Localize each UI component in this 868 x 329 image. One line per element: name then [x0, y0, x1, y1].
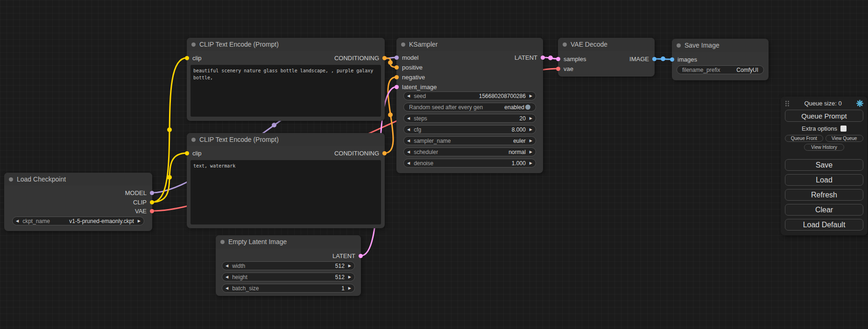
- widget-steps[interactable]: ◀ steps 20 ▶: [403, 114, 536, 123]
- latent-output-port[interactable]: [541, 56, 545, 60]
- decrement-arrow-icon[interactable]: ◀: [407, 161, 410, 165]
- widget-scheduler[interactable]: ◀ scheduler normal ▶: [403, 147, 536, 156]
- slot-label: IMAGE: [629, 56, 649, 63]
- model-output-port[interactable]: [150, 191, 154, 195]
- input-slot-positive: positive: [395, 62, 423, 72]
- clip-output-port[interactable]: [150, 200, 154, 204]
- node-graph-canvas[interactable]: Load Checkpoint MODEL CLIP VAE ◀ ckpt_na…: [0, 0, 868, 329]
- decrement-arrow-icon[interactable]: ◀: [407, 139, 410, 143]
- load-default-button[interactable]: Load Default: [785, 219, 863, 231]
- node-title-bar[interactable]: Load Checkpoint: [4, 173, 152, 186]
- decrement-arrow-icon[interactable]: ◀: [407, 117, 410, 120]
- slot-label: clip: [192, 150, 202, 157]
- view-history-row: View History: [785, 144, 863, 151]
- queue-prompt-button[interactable]: Queue Prompt: [785, 110, 863, 122]
- increment-arrow-icon[interactable]: ▶: [348, 287, 351, 290]
- widget-filename-prefix[interactable]: filename_prefix ComfyUI: [677, 65, 764, 74]
- toggle-dot-icon[interactable]: [525, 105, 530, 110]
- collapse-dot-icon[interactable]: [191, 42, 196, 47]
- image-output-port[interactable]: [652, 57, 656, 61]
- clear-button[interactable]: Clear: [785, 204, 863, 216]
- refresh-button[interactable]: Refresh: [785, 189, 863, 201]
- input-slot-images: images: [670, 54, 697, 64]
- increment-arrow-icon[interactable]: ▶: [529, 128, 532, 132]
- decrement-arrow-icon[interactable]: ◀: [407, 150, 410, 154]
- node-title-bar[interactable]: CLIP Text Encode (Prompt): [187, 133, 385, 146]
- drag-handle-icon[interactable]: [785, 100, 790, 107]
- extra-options-checkbox[interactable]: [840, 126, 847, 132]
- decrement-arrow-icon[interactable]: ◀: [407, 128, 410, 132]
- decrement-arrow-icon[interactable]: ◀: [226, 287, 228, 290]
- node-empty-latent-image[interactable]: Empty Latent Image LATENT ◀ width 512 ▶ …: [216, 235, 361, 296]
- view-history-button[interactable]: View History: [804, 144, 844, 151]
- conditioning-output-port[interactable]: [382, 56, 387, 60]
- images-input-port[interactable]: [670, 57, 674, 62]
- positive-prompt-textarea[interactable]: beautiful scenery nature glass bottle la…: [191, 65, 381, 117]
- node-title-bar[interactable]: Empty Latent Image: [216, 235, 361, 248]
- node-title-bar[interactable]: KSampler: [396, 38, 543, 51]
- widget-value: 1: [341, 285, 345, 292]
- save-button[interactable]: Save: [785, 159, 863, 171]
- positive-input-port[interactable]: [395, 65, 399, 70]
- wire-midpoint-dot: [388, 112, 393, 117]
- slot-label: MODEL: [125, 189, 147, 196]
- queue-front-button[interactable]: Queue Front: [785, 135, 823, 142]
- latent-output-port[interactable]: [359, 254, 363, 258]
- clip-input-port[interactable]: [185, 151, 189, 155]
- vae-input-port[interactable]: [556, 67, 560, 71]
- node-ksampler[interactable]: KSampler model positive negative latent_…: [396, 38, 543, 173]
- increment-arrow-icon[interactable]: ▶: [529, 94, 532, 98]
- collapse-dot-icon[interactable]: [191, 138, 196, 142]
- widget-denoise[interactable]: ◀ denoise 1.000 ▶: [403, 159, 536, 168]
- vae-output-port[interactable]: [150, 209, 154, 213]
- node-vae-decode[interactable]: VAE Decode samples vae IMAGE: [558, 38, 655, 77]
- negative-prompt-textarea[interactable]: text, watermark: [191, 160, 381, 224]
- clip-input-port[interactable]: [185, 56, 189, 60]
- latent-input-port[interactable]: [395, 85, 399, 89]
- collapse-dot-icon[interactable]: [563, 42, 567, 47]
- node-title-bar[interactable]: Save Image: [672, 39, 769, 52]
- widget-width[interactable]: ◀ width 512 ▶: [222, 261, 355, 270]
- load-button[interactable]: Load: [785, 174, 863, 186]
- output-slot-conditioning: CONDITIONING: [334, 148, 387, 158]
- increment-arrow-icon[interactable]: ▶: [348, 275, 351, 279]
- decrement-arrow-icon[interactable]: ◀: [226, 264, 228, 268]
- decrement-arrow-icon[interactable]: ◀: [16, 219, 19, 223]
- increment-arrow-icon[interactable]: ▶: [138, 219, 141, 223]
- widget-random-seed-toggle[interactable]: Random seed after every gen enabled: [403, 103, 536, 112]
- widget-height[interactable]: ◀ height 512 ▶: [222, 273, 355, 281]
- node-title-bar[interactable]: CLIP Text Encode (Prompt): [187, 38, 385, 51]
- view-queue-button[interactable]: View Queue: [826, 135, 864, 142]
- conditioning-output-port[interactable]: [382, 151, 387, 155]
- widget-sampler-name[interactable]: ◀ sampler_name euler ▶: [403, 136, 536, 145]
- slot-label: model: [402, 54, 418, 61]
- widget-ckpt-name[interactable]: ◀ ckpt_name v1-5-pruned-emaonly.ckpt ▶: [12, 217, 144, 225]
- queue-menu-panel[interactable]: Queue size: 0 Queue Prompt Extra options…: [781, 97, 868, 235]
- increment-arrow-icon[interactable]: ▶: [529, 150, 532, 154]
- widget-name: batch_size: [232, 285, 259, 292]
- widget-cfg[interactable]: ◀ cfg 8.000 ▶: [403, 125, 536, 134]
- widget-name: steps: [414, 115, 427, 122]
- decrement-arrow-icon[interactable]: ◀: [407, 94, 410, 98]
- node-load-checkpoint[interactable]: Load Checkpoint MODEL CLIP VAE ◀ ckpt_na…: [4, 173, 152, 231]
- collapse-dot-icon[interactable]: [220, 240, 225, 244]
- widget-value: ComfyUI: [736, 67, 758, 73]
- collapse-dot-icon[interactable]: [9, 177, 13, 182]
- increment-arrow-icon[interactable]: ▶: [529, 161, 532, 165]
- node-clip-text-encode-negative[interactable]: CLIP Text Encode (Prompt) clip CONDITION…: [187, 133, 385, 228]
- node-save-image[interactable]: Save Image images filename_prefix ComfyU…: [672, 39, 769, 80]
- collapse-dot-icon[interactable]: [401, 42, 405, 47]
- node-clip-text-encode-positive[interactable]: CLIP Text Encode (Prompt) clip CONDITION…: [187, 38, 385, 121]
- model-input-port[interactable]: [395, 56, 399, 60]
- settings-gear-icon[interactable]: [856, 100, 863, 107]
- negative-input-port[interactable]: [395, 75, 399, 79]
- samples-input-port[interactable]: [556, 57, 560, 61]
- node-title-bar[interactable]: VAE Decode: [558, 38, 655, 51]
- increment-arrow-icon[interactable]: ▶: [348, 264, 351, 268]
- decrement-arrow-icon[interactable]: ◀: [226, 275, 228, 279]
- widget-seed[interactable]: ◀ seed 156680208700286 ▶: [403, 91, 536, 100]
- increment-arrow-icon[interactable]: ▶: [529, 117, 532, 120]
- collapse-dot-icon[interactable]: [677, 43, 681, 48]
- increment-arrow-icon[interactable]: ▶: [529, 139, 532, 143]
- widget-batch-size[interactable]: ◀ batch_size 1 ▶: [222, 284, 355, 293]
